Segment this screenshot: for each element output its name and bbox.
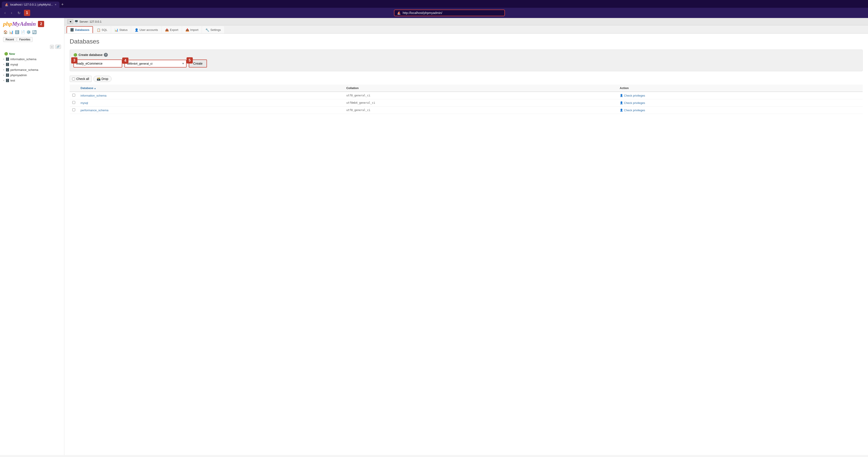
browser-nav-bar: ‹ › ↻ 1 ⛵ — [0, 8, 868, 18]
help-icon[interactable]: ? — [104, 53, 108, 57]
db-icon: 🗄️ — [5, 73, 9, 77]
sidebar-item-performance-schema[interactable]: + 🗄️ performance_schema — [0, 67, 64, 73]
settings-tab-label: Settings — [210, 28, 221, 31]
db-name-link[interactable]: performance_schema — [81, 109, 108, 112]
check-all-label[interactable]: Check all — [70, 76, 92, 82]
address-input[interactable] — [403, 11, 502, 15]
row-checkbox-cell — [70, 99, 78, 107]
tab-sql[interactable]: 📋 SQL — [93, 26, 111, 33]
tab-settings[interactable]: 🔧 Settings — [202, 26, 224, 33]
action-cell: 👤 Check privileges — [617, 107, 863, 114]
collation-select[interactable]: utf8mb4_general_ci utf8_general_ci latin… — [124, 60, 187, 67]
row-checkbox[interactable] — [72, 101, 75, 104]
check-all-checkbox[interactable] — [72, 78, 75, 80]
create-db-icon: 🟢 — [73, 53, 77, 57]
tab-user-accounts[interactable]: 👤 User accounts — [131, 26, 161, 33]
db-name-cell: mysql — [78, 99, 344, 107]
row-checkbox[interactable] — [72, 108, 75, 111]
db-name-wrapper: 3 — [73, 59, 122, 67]
expand-icon: + — [3, 63, 4, 66]
check-privileges-label: Check privileges — [624, 101, 645, 105]
action-bar: Check all 🗃️ Drop — [70, 76, 863, 82]
info-icon[interactable]: ℹ️ — [14, 30, 20, 34]
forward-button[interactable]: › — [9, 10, 14, 16]
check-privileges-link[interactable]: 👤 Check privileges — [620, 101, 860, 105]
step3-badge: 3 — [71, 57, 78, 63]
db-label: test — [10, 79, 15, 82]
active-tab[interactable]: ⛵ localhost / 127.0.0.1 | phpMyAd... × — [2, 2, 59, 8]
checkbox-column-header — [70, 85, 78, 92]
refresh-icon[interactable]: 🔄 — [32, 30, 37, 34]
create-db-form: 3 4 utf8mb4_general_ci utf8_general_ci l… — [73, 59, 859, 67]
status-tab-label: Status — [119, 28, 128, 31]
tab-favicon: ⛵ — [5, 3, 8, 6]
collation-select-wrapper: utf8mb4_general_ci utf8_general_ci latin… — [124, 60, 187, 67]
drop-button[interactable]: 🗃️ Drop — [93, 76, 112, 82]
db-name-link[interactable]: information_schema — [81, 94, 106, 97]
sidebar-item-test[interactable]: + 🗄️ test — [0, 78, 64, 83]
export-tab-icon: 📤 — [165, 28, 169, 32]
db-icon: 🗄️ — [5, 57, 9, 61]
db-name-link[interactable]: mysql — [81, 101, 88, 105]
link-button[interactable]: 🔗 — [55, 45, 61, 49]
sidebar-item-phpmyadmin[interactable]: + 🗄️ phpmyadmin — [0, 73, 64, 78]
tab-export[interactable]: 📤 Export — [162, 26, 182, 33]
step5-badge: 5 — [187, 57, 193, 63]
tab-recent[interactable]: Recent — [3, 37, 17, 42]
collation-cell: utf8_general_ci — [344, 92, 617, 99]
settings-tab-icon: 🔧 — [206, 28, 209, 32]
back-button[interactable]: ‹ — [3, 10, 7, 16]
privileges-icon: 👤 — [620, 94, 623, 97]
sidebar-item-information-schema[interactable]: + 🗄️ information_schema — [0, 56, 64, 62]
tab-import[interactable]: 📥 Import — [182, 26, 202, 33]
table-row: information_schema utf8_general_ci 👤 Che… — [70, 92, 863, 99]
refresh-button[interactable]: ↻ — [16, 10, 22, 16]
expand-icon: + — [3, 74, 4, 76]
step2-badge: 2 — [38, 21, 44, 27]
check-privileges-link[interactable]: 👤 Check privileges — [620, 94, 860, 97]
action-cell: 👤 Check privileges — [617, 92, 863, 99]
table-row: performance_schema utf8_general_ci 👤 Che… — [70, 107, 863, 114]
action-column-header: Action — [617, 85, 863, 92]
drop-label: Drop — [102, 77, 108, 81]
database-tree: 🟢 New + 🗄️ information_schema + 🗄️ mysql… — [0, 50, 64, 455]
create-db-label: Create database — [79, 53, 102, 57]
sidebar-item-new[interactable]: 🟢 New — [0, 51, 64, 56]
copy-icon[interactable]: 📄 — [21, 30, 25, 34]
import-tab-label: Import — [190, 28, 198, 31]
db-label: mysql — [10, 63, 18, 66]
main-layout: phpMyAdmin 2 🏠 📊 ℹ️ 📄 ⚙️ 🔄 Recent Favori… — [0, 18, 868, 455]
row-checkbox[interactable] — [72, 94, 75, 96]
table-row: mysql utf8mb4_general_ci 👤 Check privile… — [70, 99, 863, 107]
check-privileges-link[interactable]: 👤 Check privileges — [620, 109, 860, 112]
home-icon[interactable]: 🏠 — [3, 30, 8, 34]
address-favicon: ⛵ — [397, 11, 401, 15]
expand-icon: + — [3, 58, 4, 60]
new-tab-button[interactable]: + — [59, 1, 65, 8]
database-name-input[interactable] — [73, 59, 122, 67]
export-tab-label: Export — [170, 28, 178, 31]
page-title: Databases — [70, 38, 863, 45]
collapse-sidebar-button[interactable]: ◄ — [67, 19, 73, 24]
sql-tab-label: SQL — [102, 28, 107, 31]
collation-wrapper-outer: 4 utf8mb4_general_ci utf8_general_ci lat… — [124, 60, 187, 67]
page-content: Databases 🟢 Create database ? 3 4 — [64, 33, 868, 455]
collapse-tree-button[interactable]: − — [50, 45, 54, 49]
tab-title: localhost / 127.0.0.1 | phpMyAd... — [10, 3, 53, 6]
chart-icon[interactable]: 📊 — [9, 30, 14, 34]
table-body: information_schema utf8_general_ci 👤 Che… — [70, 92, 863, 114]
database-column-header[interactable]: Database — [78, 85, 344, 92]
new-db-icon: 🟢 — [4, 52, 8, 56]
tab-favorites[interactable]: Favorites — [17, 37, 33, 42]
import-tab-icon: 📥 — [185, 28, 189, 32]
tab-close-button[interactable]: × — [55, 3, 57, 6]
table-header-row: Database Collation Action — [70, 85, 863, 92]
db-icon: 🗄️ — [5, 68, 9, 72]
db-label: performance_schema — [10, 68, 38, 72]
tab-databases[interactable]: 🗄️ Databases — [66, 26, 93, 33]
collation-column-header: Collation — [344, 85, 617, 92]
address-bar[interactable]: ⛵ — [394, 9, 505, 16]
sidebar-item-mysql[interactable]: + 🗄️ mysql — [0, 62, 64, 67]
settings-icon[interactable]: ⚙️ — [26, 30, 31, 34]
tab-status[interactable]: 📊 Status — [111, 26, 131, 33]
